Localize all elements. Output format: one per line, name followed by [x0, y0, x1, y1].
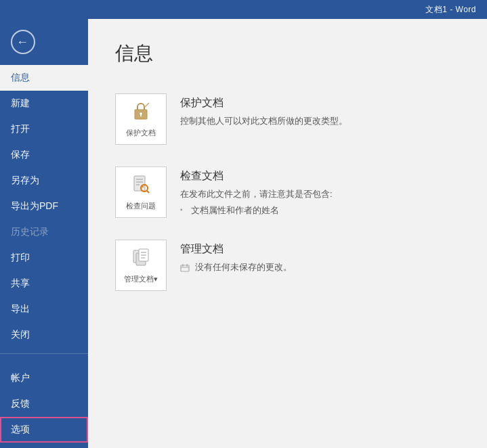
inspect-card-desc: 在发布此文件之前，请注意其是否包含:	[180, 187, 460, 202]
sidebar-item-exportpdf[interactable]: 导出为PDF	[0, 194, 88, 219]
sidebar-item-share[interactable]: 共享	[0, 271, 88, 296]
manage-icon	[130, 246, 152, 271]
title-bar: 文档1 - Word	[0, 0, 487, 19]
manage-desc-icon	[180, 263, 190, 273]
sidebar-bottom: 帐户 反馈 选项	[0, 365, 88, 448]
protect-card-text: 保护文档 控制其他人可以对此文档所做的更改类型。	[180, 93, 460, 129]
sidebar-item-open[interactable]: 打开	[0, 116, 88, 142]
app-body: ← 信息 新建 打开 保存 另存为 导出为PDF 历史记录 打印 共享 导出 关…	[0, 19, 487, 448]
svg-rect-2	[140, 114, 142, 116]
sidebar-item-save[interactable]: 保存	[0, 142, 88, 168]
inspect-card-title: 检查文档	[180, 169, 460, 183]
sidebar-nav: 信息 新建 打开 保存 另存为 导出为PDF 历史记录 打印 共享 导出 关闭 …	[0, 65, 88, 448]
sidebar-item-new[interactable]: 新建	[0, 91, 88, 116]
svg-line-8	[147, 191, 149, 193]
inspect-card-list: 文档属性和作者的姓名	[180, 204, 460, 217]
inspect-card-text: 检查文档 在发布此文件之前，请注意其是否包含: 文档属性和作者的姓名	[180, 166, 460, 217]
protect-card: 保护文档 保护文档 控制其他人可以对此文档所做的更改类型。	[115, 85, 460, 153]
back-circle: ←	[11, 30, 35, 54]
inspect-icon	[130, 173, 152, 198]
sidebar-item-history: 历史记录	[0, 219, 88, 245]
protect-card-title: 保护文档	[180, 96, 460, 110]
manage-icon-label: 管理文档▾	[124, 274, 158, 284]
sidebar-item-account[interactable]: 帐户	[0, 365, 88, 391]
main-content: 信息 保护文档 保	[88, 19, 487, 448]
back-arrow-icon: ←	[16, 36, 28, 48]
title-bar-text: 文档1 - Word	[425, 4, 476, 16]
sidebar: ← 信息 新建 打开 保存 另存为 导出为PDF 历史记录 打印 共享 导出 关…	[0, 19, 88, 448]
inspect-icon-label: 检查问题	[126, 201, 156, 210]
lock-icon	[130, 100, 152, 125]
sidebar-item-close[interactable]: 关闭	[0, 322, 88, 348]
inspect-icon-box[interactable]: 检查问题	[115, 166, 167, 218]
sidebar-item-export[interactable]: 导出	[0, 296, 88, 322]
manage-card-desc: 没有任何未保存的更改。	[180, 261, 460, 275]
sidebar-item-info[interactable]: 信息	[0, 65, 88, 91]
protect-card-desc: 控制其他人可以对此文档所做的更改类型。	[180, 114, 460, 129]
sidebar-divider	[0, 353, 88, 354]
protect-icon-label: 保护文档	[126, 128, 156, 137]
protect-icon-box[interactable]: 保护文档	[115, 93, 167, 145]
sidebar-item-print[interactable]: 打印	[0, 245, 88, 271]
svg-rect-3	[134, 176, 145, 191]
sidebar-item-options[interactable]: 选项	[0, 417, 88, 443]
manage-card-text: 管理文档 没有任何未保存的更改。	[180, 240, 460, 275]
manage-card-desc-text: 没有任何未保存的更改。	[195, 262, 292, 272]
svg-point-9	[142, 186, 144, 187]
page-title: 信息	[115, 41, 460, 66]
back-button[interactable]: ←	[5, 24, 41, 60]
sidebar-item-saveas[interactable]: 另存为	[0, 168, 88, 194]
info-section: 保护文档 保护文档 控制其他人可以对此文档所做的更改类型。	[115, 85, 460, 299]
svg-rect-16	[181, 265, 189, 271]
sidebar-item-feedback[interactable]: 反馈	[0, 391, 88, 417]
manage-card-title: 管理文档	[180, 242, 460, 256]
inspect-list-item-1: 文档属性和作者的姓名	[180, 204, 460, 217]
manage-card: 管理文档▾ 管理文档 没有任何未保存的更改。	[115, 231, 460, 299]
inspect-card: 检查问题 检查文档 在发布此文件之前，请注意其是否包含: 文档属性和作者的姓名	[115, 158, 460, 226]
manage-icon-box[interactable]: 管理文档▾	[115, 240, 167, 291]
